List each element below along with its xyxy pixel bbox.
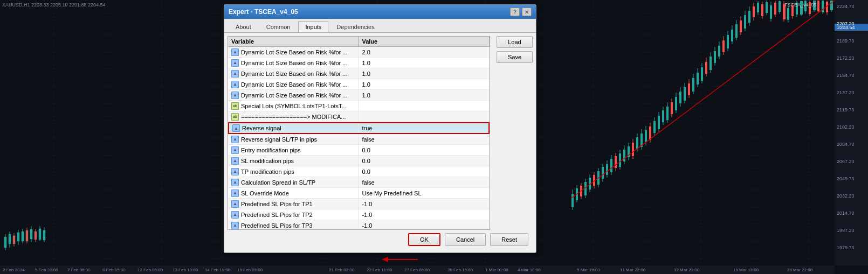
variable-cell: ▲ SL Override Mode bbox=[228, 188, 359, 198]
svg-text:XAUUSD,H1  2203.33 2205.10 220: XAUUSD,H1 2203.33 2205.10 2201.88 2204.5… bbox=[2, 2, 106, 8]
svg-text:2207.20: 2207.20 bbox=[837, 21, 855, 26]
load-button[interactable]: Load bbox=[497, 36, 533, 48]
value-cell bbox=[359, 101, 489, 111]
row-icon: ▲ bbox=[231, 48, 239, 56]
save-button[interactable]: Save bbox=[497, 51, 533, 63]
row-icon: ▲ bbox=[232, 124, 240, 132]
value-cell: -1.0 bbox=[359, 209, 489, 220]
row-icon: ▲ bbox=[231, 92, 239, 99]
table-header: Variable Value bbox=[228, 37, 490, 47]
table-row[interactable]: ▲ SL Override Mode Use My Predefined SL bbox=[228, 188, 490, 199]
table-container-wrapper: Variable Value ▲ Dynamic Lot Size Based … bbox=[228, 36, 490, 230]
row-icon: ▲ bbox=[231, 222, 239, 229]
value-header: Value bbox=[359, 37, 489, 46]
dialog-title: Expert - TSCEA_v4_05 bbox=[229, 8, 298, 16]
table-row[interactable]: ab ===================> MODIFICA... bbox=[228, 111, 490, 122]
value-cell: 0.0 bbox=[359, 145, 489, 155]
table-row[interactable]: ▲ Dynamic Lot Size Based on Risk %for ..… bbox=[228, 90, 490, 101]
variable-cell: ▲ Entry modification pips bbox=[228, 145, 359, 155]
close-button[interactable]: ✕ bbox=[522, 8, 532, 16]
svg-text:2014.70: 2014.70 bbox=[837, 210, 855, 216]
table-row[interactable]: ▲ TP modification pips 0.0 bbox=[228, 166, 490, 177]
table-row[interactable]: ▲ SL modification pips 0.0 bbox=[228, 156, 490, 166]
variable-cell: ▲ Calculation Spread in SL/TP bbox=[228, 177, 359, 187]
svg-text:28 Feb 15:00: 28 Feb 15:00 bbox=[447, 268, 473, 272]
value-cell: true bbox=[359, 123, 488, 133]
svg-text:2119.70: 2119.70 bbox=[837, 107, 855, 113]
svg-text:12 Feb 06:00: 12 Feb 06:00 bbox=[137, 268, 163, 272]
variable-cell: ▲ Reverse signal bbox=[229, 123, 359, 133]
ok-button[interactable]: OK bbox=[408, 233, 440, 246]
table-row[interactable]: ▲ Dynamic Lot Size Based on Risk %for ..… bbox=[228, 58, 490, 68]
svg-text:2 Feb 2024: 2 Feb 2024 bbox=[3, 268, 25, 272]
value-cell: false bbox=[359, 177, 489, 187]
variable-cell: ▲ Predefined SL Pips for TP1 bbox=[228, 199, 359, 209]
dialog-titlebar: Expert - TSCEA_v4_05 ? ✕ bbox=[224, 5, 536, 19]
svg-text:2049.70: 2049.70 bbox=[837, 176, 855, 181]
side-buttons: Load Save bbox=[497, 36, 533, 230]
svg-text:11 Mar 22:00: 11 Mar 22:00 bbox=[620, 268, 646, 272]
table-row[interactable]: ▲ Entry modification pips 0.0 bbox=[228, 145, 490, 156]
value-cell: 1.0 bbox=[359, 79, 489, 89]
variable-cell: ▲ Predefined SL Pips for TP3 bbox=[228, 220, 359, 230]
value-cell bbox=[359, 111, 489, 122]
svg-text:2102.20: 2102.20 bbox=[837, 124, 855, 130]
svg-text:1 Mar 01:00: 1 Mar 01:00 bbox=[485, 268, 508, 272]
svg-text:19 Feb 23:00: 19 Feb 23:00 bbox=[237, 268, 263, 272]
table-row[interactable]: ▲ Predefined SL Pips for TP3 -1.0 bbox=[228, 220, 490, 230]
variable-cell: ▲ Dynamic Lot Size Based on Risk %for ..… bbox=[228, 79, 359, 89]
reverse-signal-row[interactable]: ▲ Reverse signal true bbox=[228, 122, 490, 134]
value-cell: 1.0 bbox=[359, 58, 489, 68]
cancel-button[interactable]: Cancel bbox=[445, 233, 486, 246]
tab-dependencies[interactable]: Dependencies bbox=[329, 21, 381, 32]
svg-text:2067.20: 2067.20 bbox=[837, 159, 855, 164]
variable-cell: ▲ TP modification pips bbox=[228, 166, 359, 177]
table-row[interactable]: ▲ Calculation Spread in SL/TP false bbox=[228, 177, 490, 188]
row-icon: ab bbox=[231, 113, 239, 121]
tab-about[interactable]: About bbox=[229, 21, 258, 32]
dialog-tabs: About Common Inputs Dependencies bbox=[224, 19, 536, 33]
table-row[interactable]: ▲ Dynamic Lot Size Based on Risk %for ..… bbox=[228, 79, 490, 90]
value-cell: 0.0 bbox=[359, 156, 489, 166]
svg-text:27 Feb 06:00: 27 Feb 06:00 bbox=[404, 268, 430, 272]
value-cell: 2.0 bbox=[359, 47, 489, 57]
dialog-controls: ? ✕ bbox=[510, 8, 532, 16]
table-row[interactable]: ▲ Dynamic Lot Size Based on Risk %for ..… bbox=[228, 47, 490, 58]
variables-table[interactable]: Variable Value ▲ Dynamic Lot Size Based … bbox=[228, 36, 490, 230]
svg-text:TSCEA_v4_05: TSCEA_v4_05 bbox=[784, 2, 817, 8]
table-row[interactable]: ab Special Lots (SYMBOL:LotsTP1-LotsT... bbox=[228, 101, 490, 111]
dialog-body: Variable Value ▲ Dynamic Lot Size Based … bbox=[224, 33, 536, 252]
help-button[interactable]: ? bbox=[510, 8, 520, 16]
svg-text:2137.20: 2137.20 bbox=[837, 90, 855, 95]
svg-text:14 Feb 19:00: 14 Feb 19:00 bbox=[205, 268, 231, 272]
row-icon: ▲ bbox=[231, 157, 239, 165]
svg-text:2172.20: 2172.20 bbox=[837, 55, 855, 61]
value-cell: false bbox=[359, 134, 489, 144]
svg-text:5 Feb 20:00: 5 Feb 20:00 bbox=[35, 268, 58, 272]
reset-button[interactable]: Reset bbox=[490, 233, 528, 246]
svg-text:21 Feb 02:00: 21 Feb 02:00 bbox=[329, 268, 355, 272]
content-area: Variable Value ▲ Dynamic Lot Size Based … bbox=[228, 36, 533, 230]
value-cell: 0.0 bbox=[359, 166, 489, 177]
table-row[interactable]: ▲ Dynamic Lot Size Based on Risk %for ..… bbox=[228, 68, 490, 79]
variable-cell: ▲ Dynamic Lot Size Based on Risk %for ..… bbox=[228, 47, 359, 57]
svg-text:2154.70: 2154.70 bbox=[837, 73, 855, 78]
tab-common[interactable]: Common bbox=[259, 21, 298, 32]
variable-cell: ▲ Dynamic Lot Size Based on Risk %for ..… bbox=[228, 90, 359, 100]
value-cell: -1.0 bbox=[359, 199, 489, 209]
value-cell: Use My Predefined SL bbox=[359, 188, 489, 198]
tab-inputs[interactable]: Inputs bbox=[298, 21, 328, 32]
table-row[interactable]: ▲ Predefined SL Pips for TP2 -1.0 bbox=[228, 209, 490, 220]
svg-text:1997.20: 1997.20 bbox=[837, 228, 855, 233]
variable-cell: ab ===================> MODIFICA... bbox=[228, 111, 359, 122]
svg-text:13 Feb 10:00: 13 Feb 10:00 bbox=[173, 268, 198, 272]
svg-text:5 Mar 19:00: 5 Mar 19:00 bbox=[577, 268, 600, 272]
svg-text:2032.20: 2032.20 bbox=[837, 193, 855, 199]
expert-dialog: Expert - TSCEA_v4_05 ? ✕ About Common In… bbox=[224, 4, 536, 253]
footer-buttons: OK Cancel Reset bbox=[408, 233, 528, 246]
svg-text:12 Mar 23:00: 12 Mar 23:00 bbox=[674, 268, 700, 272]
table-row[interactable]: ▲ Reverse signal SL/TP in pips false bbox=[228, 134, 490, 145]
svg-text:8 Feb 15:00: 8 Feb 15:00 bbox=[102, 268, 126, 272]
table-row[interactable]: ▲ Predefined SL Pips for TP1 -1.0 bbox=[228, 199, 490, 209]
svg-text:2224.70: 2224.70 bbox=[837, 4, 855, 9]
